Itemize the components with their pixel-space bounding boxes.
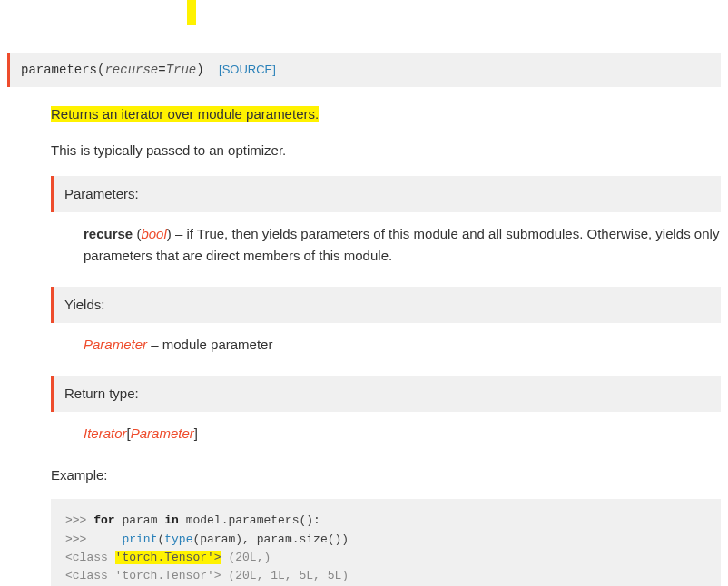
doc-body: Returns an iterator over module paramete… <box>51 103 721 586</box>
yields-description: – module parameter <box>147 337 272 352</box>
param-name: recurse <box>84 226 133 241</box>
builtin-print: print <box>122 532 157 546</box>
parameters-body: recurse (bool) – if True, then yields pa… <box>84 223 721 267</box>
yields-type: Parameter <box>84 337 147 352</box>
parameters-header: Parameters: <box>51 176 721 212</box>
prompt-1: >>> <box>65 513 93 527</box>
signature-param-name: recurse <box>104 63 158 77</box>
param-type-link[interactable]: bool <box>141 226 166 241</box>
builtin-type: type <box>164 532 192 546</box>
signature-close-paren: ) <box>196 63 203 77</box>
method-signature: parameters(recurse=True) [SOURCE] <box>7 53 721 87</box>
summary-paragraph: Returns an iterator over module paramete… <box>51 103 721 125</box>
code-rest: (param), param.size()) <box>192 532 349 546</box>
example-code-block: >>> for param in model.parameters(): >>>… <box>51 499 721 586</box>
keyword-for: for <box>93 513 114 527</box>
return-type-close-bracket: ] <box>194 425 198 441</box>
yields-body: Parameter – module parameter <box>84 334 721 356</box>
code-text-1: param <box>115 513 165 527</box>
signature-name: parameters <box>21 63 97 77</box>
output-line-1-pre: <class <box>65 551 115 564</box>
summary-highlight: Returns an iterator over module paramete… <box>51 106 319 122</box>
source-link[interactable]: [SOURCE] <box>219 63 276 76</box>
output-highlight: 'torch.Tensor'> <box>115 551 221 564</box>
param-description: – if True, then yields parameters of thi… <box>84 226 719 263</box>
return-type-body: Iterator[Parameter] <box>84 423 721 444</box>
code-text-2: model.parameters(): <box>179 513 320 527</box>
top-highlight-bar <box>187 0 196 25</box>
output-line-1-post: (20L,) <box>221 551 271 564</box>
yields-header: Yields: <box>51 287 721 323</box>
return-type-header: Return type: <box>51 376 721 412</box>
note-paragraph: This is typically passed to an optimizer… <box>51 140 721 161</box>
doc-container: parameters(recurse=True) [SOURCE] Return… <box>0 53 728 586</box>
return-type-inner-link[interactable]: Parameter <box>131 425 194 441</box>
output-line-2: <class 'torch.Tensor'> (20L, 1L, 5L, 5L) <box>65 569 349 582</box>
param-open-paren: ( <box>133 226 141 241</box>
example-label: Example: <box>51 464 721 486</box>
return-type-outer-link[interactable]: Iterator <box>84 425 127 441</box>
keyword-in: in <box>164 513 179 527</box>
signature-equals: = <box>158 63 165 77</box>
signature-default: True <box>166 63 197 77</box>
prompt-2: >>> <box>65 532 122 546</box>
